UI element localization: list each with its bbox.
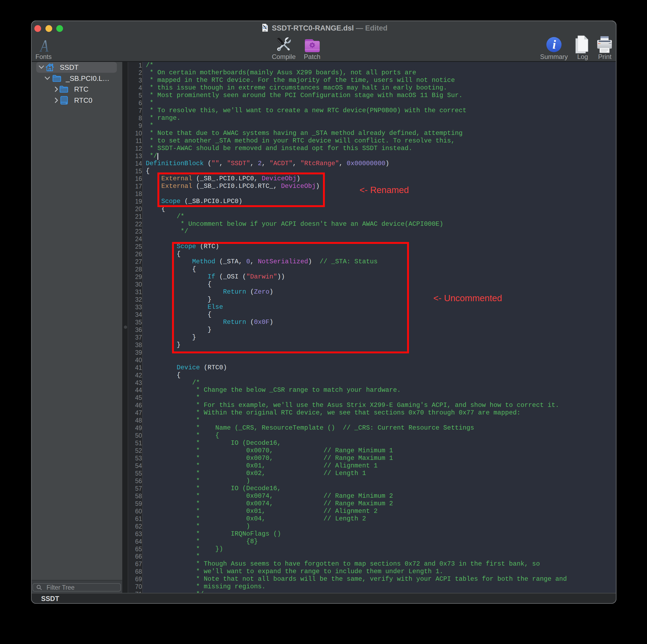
svg-text:A: A — [39, 38, 49, 53]
svg-text:DSL: DSL — [264, 30, 267, 32]
svg-text:i: i — [553, 37, 556, 51]
